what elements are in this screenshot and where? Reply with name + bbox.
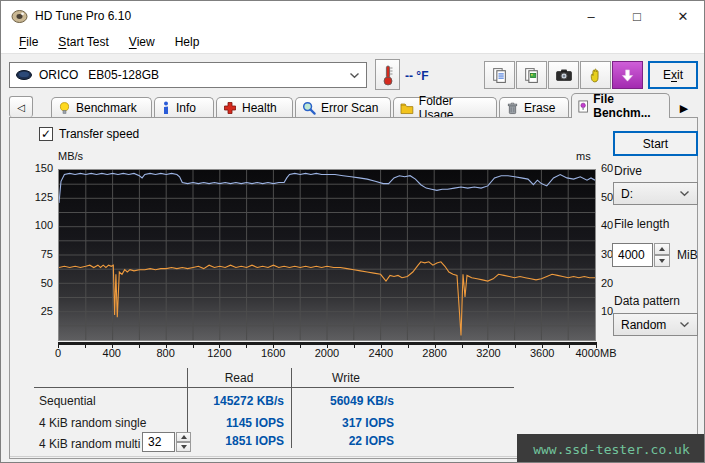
column-header-write: Write [291,371,401,385]
spin-down-icon [659,259,665,263]
screenshot-button[interactable] [548,61,579,89]
tick-label: 75 [41,248,53,260]
watermark: www.ssd-tester.co.uk [517,434,705,463]
file-length-spin-down[interactable] [654,255,670,267]
file-benchmark-icon [578,99,588,114]
bulb-icon [58,101,71,115]
tab-file-benchmark[interactable]: File Benchm... [571,93,670,118]
watermark-text: www.ssd-tester.co.uk [533,442,690,457]
info-icon [161,101,171,115]
app-window: HD Tune Pro 6.10 – □ ✕ File Start Test V… [0,0,705,463]
right-axis-title: ms [576,150,591,162]
tick-label: 150 [35,162,53,174]
column-header-read: Read [187,371,291,385]
chevron-down-icon [679,190,690,197]
transfer-speed-label: Transfer speed [59,127,139,141]
camera-icon [555,67,573,83]
tab-scroll-right-button[interactable]: ▶ [675,99,693,117]
chevron-down-icon [679,321,690,328]
menu-bar: File Start Test View Help [1,31,705,53]
table-header-rule [34,387,514,388]
tick-label: 60 [601,162,613,174]
copy-image-icon [523,67,540,84]
temperature-button[interactable] [375,59,400,90]
folder-icon [400,102,414,115]
queue-depth-input[interactable] [142,432,175,452]
tick-label: 50 [601,191,613,203]
drive-selector-value: ORICO EB05-128GB [39,68,159,82]
tab-label: Benchmark [76,101,137,115]
benchmark-chart-plot [58,169,596,341]
magnifier-icon [302,101,316,115]
trash-icon [506,101,519,115]
drive-dropdown-value: D: [621,187,633,201]
tab-label: Erase [524,101,555,115]
drive-selector-dropdown[interactable]: ORICO EB05-128GB [9,62,367,88]
random-single-write-value: 317 IOPS [291,416,394,430]
spin-down-icon [181,445,187,449]
random-multi-read-value: 1851 IOPS [187,434,284,448]
tab-erase[interactable]: Erase [499,97,569,118]
file-length-label: File length [614,217,669,231]
file-length-input[interactable] [612,243,653,267]
menu-help[interactable]: Help [165,32,210,52]
tab-label: Info [176,101,196,115]
sequential-write-value: 56049 KB/s [291,394,394,408]
spin-up-icon [181,435,187,439]
copy-text-button[interactable] [484,61,515,89]
tab-label: Health [242,101,277,115]
row-label-random-single: 4 KiB random single [39,416,146,430]
menu-start-test[interactable]: Start Test [48,32,118,52]
file-length-unit: MiB [677,248,698,262]
left-axis-title: MB/s [58,150,83,162]
file-length-spin-up[interactable] [654,243,670,255]
data-pattern-label: Data pattern [614,294,680,308]
tab-label: Error Scan [321,101,378,115]
exit-button[interactable]: Exit [648,61,698,89]
tab-benchmark[interactable]: Benchmark [51,97,152,118]
tick-label: 125 [35,191,53,203]
scroll-right-icon: ▶ [680,102,688,115]
tick-label: 100 [35,219,53,231]
tab-info[interactable]: Info [154,97,214,118]
random-multi-write-value: 22 IOPS [291,434,394,448]
chevron-down-icon [349,72,360,79]
tab-folder-usage[interactable]: Folder Usage [393,97,497,118]
copy-text-icon [491,67,508,84]
menu-view[interactable]: View [119,32,165,52]
tick-label: 25 [41,305,53,317]
copy-image-button[interactable] [516,61,547,89]
row-label-random-multi: 4 KiB random multi [39,437,140,451]
title-bar: HD Tune Pro 6.10 – □ ✕ [1,1,705,31]
right-axis-ticks: 605040302010 [601,1,635,463]
tab-health[interactable]: Health [216,97,293,118]
thermometer-icon [382,64,394,86]
x-axis-line [58,342,597,345]
health-cross-icon [223,101,237,115]
temperature-value: -- °F [405,69,428,83]
random-single-read-value: 1145 IOPS [187,416,284,430]
tab-label: File Benchm... [593,92,663,120]
tick-label: 40 [601,219,613,231]
transfer-speed-option: ✓ Transfer speed [39,127,139,141]
data-pattern-value: Random [621,318,666,332]
drive-label: Drive [614,164,642,178]
tick-label: 50 [41,277,53,289]
tick-label: 10 [601,305,613,317]
chart-plot-svg [59,170,595,340]
spin-up-icon [659,247,665,251]
sequential-read-value: 145272 KB/s [187,394,284,408]
start-button[interactable]: Start [613,131,698,156]
row-label-sequential: Sequential [39,394,96,408]
drive-dropdown[interactable]: D: [613,182,698,205]
tick-label: 20 [601,277,613,289]
tab-error-scan[interactable]: Error Scan [295,97,391,118]
data-pattern-dropdown[interactable]: Random [613,313,698,336]
close-button[interactable]: ✕ [660,1,705,31]
